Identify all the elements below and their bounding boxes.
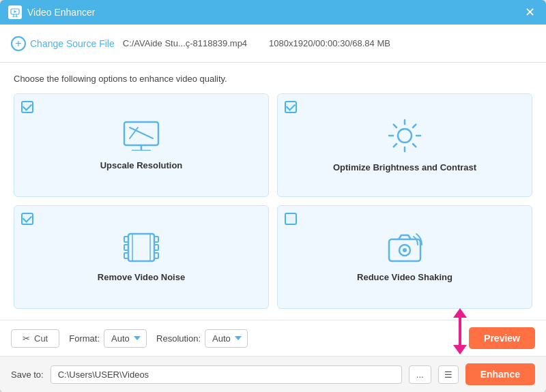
svg-line-15 (394, 144, 397, 147)
preview-button[interactable]: Preview (469, 327, 535, 349)
option-label-noise: Remove Video Noise (98, 272, 185, 282)
svg-rect-20 (154, 237, 158, 242)
option-label-brightness: Optimize Brightness and Contrast (333, 162, 476, 172)
resolution-select[interactable]: Auto (205, 329, 248, 348)
format-group: Format: Auto (69, 329, 147, 348)
svg-line-13 (413, 144, 416, 147)
option-card-shaking: Reduce Video Shaking (277, 205, 532, 309)
title-bar: Video Enhancer ✕ (0, 0, 546, 25)
main-content: Choose the following options to enhance … (0, 63, 546, 320)
video-enhancer-window: Video Enhancer ✕ + Change Source File C:… (0, 0, 546, 392)
change-source-button[interactable]: + Change Source File (11, 36, 115, 51)
camera-icon (386, 232, 423, 265)
svg-point-7 (398, 129, 412, 142)
svg-rect-19 (124, 253, 128, 258)
browse-button[interactable]: ... (409, 365, 431, 384)
svg-line-12 (394, 124, 397, 127)
upscale-icon (123, 121, 160, 153)
app-icon (8, 5, 22, 19)
svg-line-14 (413, 124, 416, 127)
svg-rect-22 (154, 253, 158, 258)
checkbox-noise[interactable] (21, 213, 33, 225)
option-label-shaking: Reduce Video Shaking (357, 272, 452, 282)
close-button[interactable]: ✕ (522, 5, 538, 20)
checkbox-upscale[interactable] (21, 101, 33, 113)
arrow-indicator (453, 308, 467, 355)
source-bar: + Change Source File C:/AVAide Stu...ç-8… (0, 25, 546, 63)
option-card-brightness: Optimize Brightness and Contrast (277, 93, 532, 197)
add-icon: + (11, 36, 26, 51)
svg-rect-17 (124, 237, 128, 242)
film-icon (123, 232, 160, 265)
cut-button[interactable]: ✂ Cut (11, 329, 59, 348)
svg-point-27 (403, 248, 407, 252)
options-grid: Upscale Resolution (14, 93, 532, 309)
save-path-input[interactable] (51, 365, 402, 384)
option-card-upscale: Upscale Resolution (14, 93, 269, 197)
format-select[interactable]: Auto (104, 329, 147, 348)
resolution-label: Resolution: (156, 333, 201, 344)
change-source-label: Change Source File (30, 38, 115, 49)
folder-button[interactable]: ☰ (438, 365, 459, 384)
arrow-shaft (459, 318, 461, 345)
option-card-noise: Remove Video Noise (14, 205, 269, 309)
scissors-icon: ✂ (23, 333, 30, 344)
resolution-group: Resolution: Auto (156, 329, 248, 348)
svg-rect-21 (154, 245, 158, 250)
save-to-label: Save to: (11, 370, 44, 380)
option-label-upscale: Upscale Resolution (100, 160, 183, 170)
arrow-up-icon (453, 308, 467, 318)
instruction-text: Choose the following options to enhance … (14, 74, 532, 84)
arrow-down-icon (453, 345, 467, 355)
folder-icon: ☰ (444, 370, 452, 380)
format-label: Format: (69, 333, 100, 344)
svg-rect-18 (124, 245, 128, 250)
checkbox-brightness[interactable] (285, 101, 297, 113)
checkbox-shaking[interactable] (285, 213, 297, 225)
file-path: C:/AVAide Stu...ç-8118839.mp4 (123, 38, 247, 48)
brightness-icon (388, 119, 422, 155)
window-title: Video Enhancer (27, 7, 95, 18)
svg-marker-1 (14, 10, 17, 13)
file-meta: 1080x1920/00:00:30/68.84 MB (269, 38, 390, 48)
cut-label: Cut (34, 333, 48, 344)
title-bar-left: Video Enhancer (8, 5, 95, 19)
footer-bar: Save to: ... ☰ Enhance (0, 356, 546, 392)
enhance-button[interactable]: Enhance (465, 363, 535, 385)
